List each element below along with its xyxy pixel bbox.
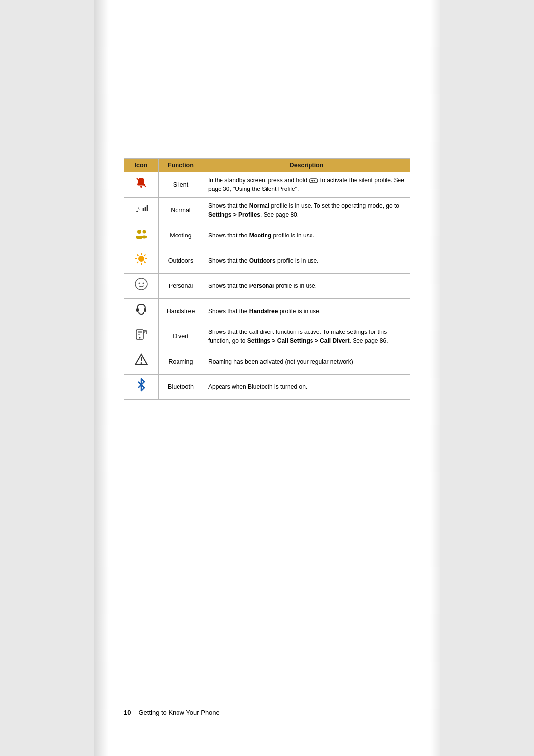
table-header-row: Icon Function Description — [124, 159, 410, 172]
svg-point-7 — [137, 230, 141, 234]
svg-point-22 — [142, 282, 144, 284]
function-cell-silent: Silent — [159, 172, 203, 198]
svg-point-11 — [138, 256, 144, 262]
meeting-icon — [134, 227, 148, 244]
page: Icon Function Description — [94, 0, 440, 756]
table-row: Personal Shows that the Personal profile… — [124, 273, 410, 298]
divert-icon — [134, 328, 148, 345]
icon-cell-silent — [124, 172, 159, 198]
description-cell-divert: Shows that the call divert function is a… — [203, 324, 410, 349]
function-cell-handsfree: Handsfree — [159, 298, 203, 324]
outdoors-icon — [134, 252, 148, 270]
roaming-icon — [134, 353, 148, 371]
description-cell-handsfree: Shows that the Handsfree profile is in u… — [203, 298, 410, 324]
svg-point-0 — [140, 186, 142, 188]
silent-icon — [134, 176, 148, 194]
icon-cell-outdoors — [124, 248, 159, 273]
description-cell-silent: In the standby screen, press and hold to… — [203, 172, 410, 198]
table-row: ♪ Normal Shows that the Normal profile i… — [124, 197, 410, 223]
icon-cell-bluetooth — [124, 374, 159, 399]
function-cell-divert: Divert — [159, 324, 203, 349]
icon-cell-handsfree — [124, 298, 159, 324]
svg-line-17 — [144, 262, 145, 263]
description-cell-meeting: Shows that the Meeting profile is in use… — [203, 223, 410, 248]
icon-cell-normal: ♪ — [124, 197, 159, 223]
icon-cell-divert — [124, 324, 159, 349]
function-cell-personal: Personal — [159, 273, 203, 298]
svg-point-21 — [138, 282, 140, 284]
svg-rect-23 — [136, 308, 139, 312]
bluetooth-icon — [136, 378, 147, 396]
function-cell-normal: Normal — [159, 197, 203, 223]
personal-icon — [134, 277, 148, 295]
icon-reference-table: Icon Function Description — [124, 158, 410, 400]
table-row: Roaming Roaming has been activated (not … — [124, 349, 410, 374]
icon-cell-personal — [124, 273, 159, 298]
function-cell-outdoors: Outdoors — [159, 248, 203, 273]
svg-text:♪: ♪ — [135, 203, 140, 214]
col-header-function: Function — [159, 159, 203, 172]
table-row: Handsfree Shows that the Handsfree profi… — [124, 298, 410, 324]
table-row: Meeting Shows that the Meeting profile i… — [124, 223, 410, 248]
normal-icon: ♪ — [134, 201, 148, 219]
svg-rect-24 — [144, 308, 146, 312]
icon-cell-meeting — [124, 223, 159, 248]
svg-point-32 — [140, 362, 142, 364]
function-cell-roaming: Roaming — [159, 349, 203, 374]
page-footer: 10 Getting to Know Your Phone — [124, 689, 410, 716]
table-row: Bluetooth Appears when Bluetooth is turn… — [124, 374, 410, 399]
svg-line-16 — [137, 254, 138, 256]
col-header-icon: Icon — [124, 159, 159, 172]
svg-line-18 — [144, 254, 145, 256]
table-row: Outdoors Shows that the Outdoors profile… — [124, 248, 410, 273]
svg-point-20 — [135, 278, 147, 290]
table-container: Icon Function Description — [124, 158, 410, 400]
description-cell-outdoors: Shows that the Outdoors profile is in us… — [203, 248, 410, 273]
svg-point-8 — [142, 230, 146, 233]
footer-chapter-title: Getting to Know Your Phone — [138, 709, 219, 716]
page-shadow-right — [430, 0, 440, 756]
svg-point-10 — [141, 235, 147, 238]
function-cell-bluetooth: Bluetooth — [159, 374, 203, 399]
icon-cell-roaming — [124, 349, 159, 374]
description-cell-roaming: Roaming has been activated (not your reg… — [203, 349, 410, 374]
description-cell-personal: Shows that the Personal profile is in us… — [203, 273, 410, 298]
handsfree-icon — [134, 302, 148, 320]
page-number: 10 — [124, 709, 131, 716]
svg-line-19 — [137, 262, 138, 263]
page-shadow-left — [94, 0, 109, 756]
description-cell-normal: Shows that the Normal profile is in use.… — [203, 197, 410, 223]
table-row: Divert Shows that the call divert functi… — [124, 324, 410, 349]
svg-point-29 — [139, 337, 140, 338]
col-header-description: Description — [203, 159, 410, 172]
table-row: Silent In the standby screen, press and … — [124, 172, 410, 198]
function-cell-meeting: Meeting — [159, 223, 203, 248]
description-cell-bluetooth: Appears when Bluetooth is turned on. — [203, 374, 410, 399]
